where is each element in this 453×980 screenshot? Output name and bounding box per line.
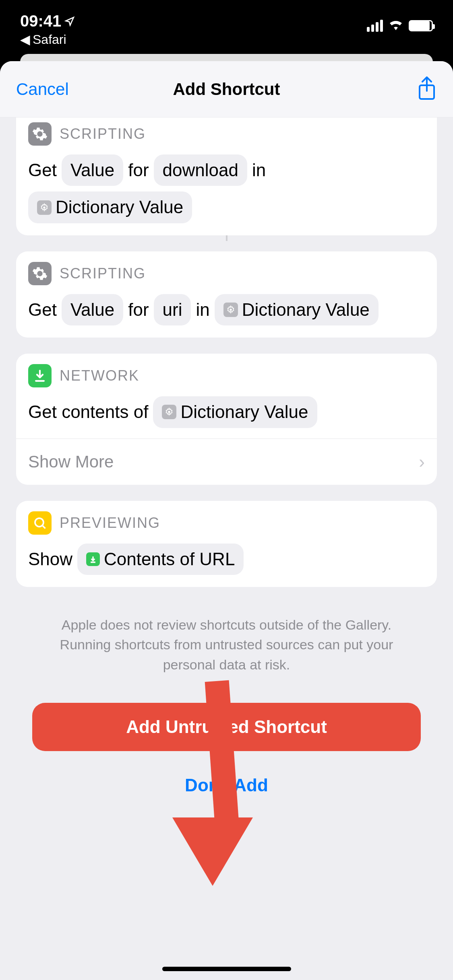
preview-icon bbox=[28, 511, 52, 535]
value-token[interactable]: Value bbox=[62, 294, 123, 325]
download-icon bbox=[28, 364, 52, 387]
gear-icon bbox=[162, 405, 176, 419]
action-card-scripting-uri: SCRIPTING Get Value for uri in Dictionar… bbox=[16, 251, 437, 338]
action-text: Get bbox=[28, 296, 57, 324]
cancel-button[interactable]: Cancel bbox=[16, 80, 69, 99]
download-icon bbox=[86, 552, 100, 566]
svg-point-1 bbox=[43, 206, 46, 209]
actions-list[interactable]: SCRIPTING Get Value for download in Dict… bbox=[0, 117, 453, 980]
dictionary-token[interactable]: Dictionary Value bbox=[215, 294, 379, 325]
modal-header: Cancel Add Shortcut bbox=[0, 61, 453, 117]
gear-icon bbox=[28, 122, 52, 146]
contents-token[interactable]: Contents of URL bbox=[77, 544, 244, 575]
action-card-scripting-download: SCRIPTING Get Value for download in Dict… bbox=[16, 117, 437, 235]
action-card-network: NETWORK Get contents of Dictionary Value… bbox=[16, 354, 437, 484]
action-text: Get bbox=[28, 156, 57, 184]
gear-icon bbox=[28, 262, 52, 285]
status-time: 09:41 bbox=[20, 12, 75, 30]
battery-icon bbox=[409, 20, 433, 31]
add-shortcut-modal: Cancel Add Shortcut SCRIPTING Get Value bbox=[0, 61, 453, 980]
key-token[interactable]: download bbox=[154, 154, 247, 186]
location-icon bbox=[64, 16, 75, 27]
share-button[interactable] bbox=[417, 76, 437, 102]
back-to-safari[interactable]: ◀Safari bbox=[20, 32, 75, 47]
svg-point-3 bbox=[168, 411, 171, 414]
action-text: for bbox=[128, 156, 149, 184]
action-text: for bbox=[128, 296, 149, 324]
action-text: Show bbox=[28, 545, 72, 573]
add-untrusted-shortcut-button[interactable]: Add Untrusted Shortcut bbox=[32, 703, 421, 751]
card-category: PREVIEWING bbox=[60, 515, 160, 531]
wifi-icon bbox=[388, 18, 404, 33]
home-indicator[interactable] bbox=[162, 967, 291, 971]
svg-point-4 bbox=[35, 518, 43, 527]
chevron-right-icon: › bbox=[419, 452, 425, 472]
card-category: SCRIPTING bbox=[60, 265, 146, 282]
dictionary-token[interactable]: Dictionary Value bbox=[28, 191, 192, 223]
cellular-icon bbox=[367, 20, 383, 32]
card-category: SCRIPTING bbox=[60, 126, 146, 142]
svg-point-2 bbox=[230, 309, 232, 311]
disclaimer-text: Apple does not review shortcuts outside … bbox=[16, 587, 437, 691]
show-more-button[interactable]: Show More › bbox=[16, 439, 437, 485]
gear-icon bbox=[223, 303, 238, 317]
dictionary-token[interactable]: Dictionary Value bbox=[153, 396, 317, 428]
status-bar: 09:41 ◀Safari bbox=[0, 0, 453, 52]
share-icon bbox=[417, 76, 437, 101]
dont-add-button[interactable]: Don't Add bbox=[16, 775, 437, 795]
action-text: in bbox=[196, 296, 209, 324]
action-text: Get contents of bbox=[28, 398, 148, 426]
gear-icon bbox=[37, 200, 52, 215]
action-card-previewing: PREVIEWING Show Contents of URL bbox=[16, 501, 437, 587]
value-token[interactable]: Value bbox=[62, 154, 123, 186]
key-token[interactable]: uri bbox=[154, 294, 191, 325]
card-category: NETWORK bbox=[60, 367, 139, 384]
action-text: in bbox=[252, 156, 266, 184]
